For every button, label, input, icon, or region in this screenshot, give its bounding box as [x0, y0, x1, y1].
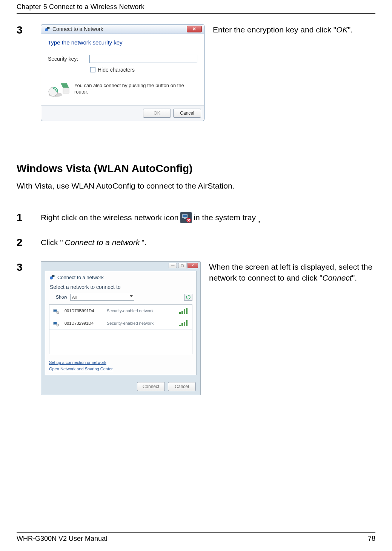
hide-characters-checkbox[interactable] — [90, 67, 95, 72]
step-number: 1 — [17, 212, 41, 224]
dialog-title-row: Connect to a network — [49, 274, 192, 280]
network-name: 001D73B991D4 — [65, 308, 102, 313]
svg-rect-28 — [184, 322, 185, 326]
show-dropdown[interactable]: All — [70, 294, 134, 301]
section-heading: Windows Vista (WLAN AutoConfig) — [17, 163, 375, 175]
chapter-title: Chapter 5 Connect to a Wireless Network — [17, 3, 375, 11]
dialog-titlebar: Connect to a Network ✕ — [41, 25, 204, 34]
signal-icon — [179, 320, 189, 326]
manual-name: WHR-G300N V2 User Manual — [17, 535, 107, 543]
network-list: 001D73B991D4 Security-enabled network 00… — [49, 304, 192, 354]
step-3a-text-pre: Enter the encryption key and click " — [213, 25, 336, 34]
step-number: 3 — [17, 261, 41, 273]
show-value: All — [72, 295, 77, 299]
page-header: Chapter 5 Connect to a Wireless Network — [17, 0, 375, 14]
ok-button[interactable]: OK — [143, 109, 171, 118]
cancel-button[interactable]: Cancel — [173, 109, 201, 118]
page-number: 78 — [368, 535, 375, 543]
hide-characters-row: Hide characters — [90, 67, 197, 73]
step3b-italic: Connect — [322, 273, 352, 282]
step1-post: in the system tray — [194, 213, 256, 222]
footer-links: Set up a connection or network Open Netw… — [49, 359, 192, 372]
cancel-button[interactable]: Cancel — [168, 382, 196, 391]
refresh-icon — [186, 295, 191, 299]
svg-rect-26 — [179, 325, 181, 326]
dialog-body: Type the network security key Security k… — [41, 34, 204, 105]
section-intro: With Vista, use WLAN AutoConfig to conne… — [17, 181, 375, 190]
connect-network-dialog: — ▢ ✕ Connect to a network Select a netw… — [41, 261, 201, 395]
dialog-heading: Type the network security key — [48, 39, 197, 46]
step-3b-row: 3 — ▢ ✕ Connect to a network Select a ne… — [17, 261, 375, 395]
network-item[interactable]: 001D73B991D4 Security-enabled network — [49, 305, 192, 317]
router-push-icon — [48, 80, 70, 98]
dialog-footer: Connect Cancel — [41, 379, 200, 395]
security-key-label: Security key: — [48, 56, 89, 62]
svg-rect-29 — [186, 320, 188, 326]
step2-post: ". — [141, 238, 146, 247]
setup-connection-link[interactable]: Set up a connection or network — [49, 359, 192, 366]
step3b-post: ". — [352, 273, 357, 282]
minimize-button[interactable]: — — [169, 263, 177, 268]
signal-icon — [179, 308, 189, 314]
close-button[interactable]: ✕ — [188, 263, 198, 268]
svg-rect-21 — [184, 309, 185, 314]
step-number: 2 — [17, 236, 41, 249]
svg-marker-6 — [63, 88, 69, 93]
step-2-text: Click "Connect to a network". — [41, 238, 147, 247]
security-key-input[interactable] — [89, 55, 197, 63]
svg-rect-22 — [186, 308, 188, 314]
hide-characters-label: Hide characters — [98, 67, 135, 73]
maximize-button[interactable]: ▢ — [178, 263, 186, 268]
step-1-text: Right click on the wireless network icon… — [41, 212, 261, 223]
svg-rect-2 — [47, 27, 49, 29]
dialog-title: Connect to a Network — [52, 26, 103, 32]
step-2-row: 2 Click "Connect to a network". — [17, 236, 375, 249]
window-controls: — ▢ ✕ — [41, 262, 200, 269]
network-icon — [44, 26, 50, 32]
network-name: 001D732991D4 — [65, 321, 102, 325]
dialog-inner: Connect to a network Select a network to… — [45, 271, 197, 375]
svg-rect-24 — [54, 322, 57, 324]
svg-point-18 — [57, 312, 59, 314]
security-key-row: Security key: — [48, 55, 197, 63]
network-item[interactable]: 001D732991D4 Security-enabled network — [49, 317, 192, 330]
open-sharing-center-link[interactable]: Open Network and Sharing Center — [49, 366, 192, 372]
connect-button[interactable]: Connect — [137, 382, 165, 391]
push-text: You can also connect by pushing the butt… — [74, 83, 197, 95]
step-3a-text-post: ". — [348, 25, 353, 34]
network-status: Security-enabled network — [107, 321, 175, 325]
page-footer: WHR-G300N V2 User Manual 78 — [17, 532, 375, 543]
dialog-footer: OK Cancel — [41, 105, 204, 121]
step1-pre: Right click on the wireless network icon — [41, 213, 178, 222]
svg-rect-27 — [181, 323, 183, 326]
close-icon: ✕ — [192, 27, 196, 31]
close-button[interactable]: ✕ — [187, 26, 202, 32]
show-label: Show — [56, 295, 67, 300]
security-key-dialog: Connect to a Network ✕ Type the network … — [41, 24, 204, 121]
svg-point-25 — [57, 324, 59, 326]
network-icon — [49, 274, 55, 280]
network-status: Security-enabled network — [107, 308, 175, 313]
step-3a-text-italic: OK — [336, 25, 347, 34]
step-1-row: 1 Right click on the wireless network ic… — [17, 212, 375, 224]
wireless-icon — [52, 307, 60, 315]
show-filter-row: Show All — [49, 294, 192, 301]
svg-rect-10 — [184, 218, 186, 219]
step-3b-caption: When the screen at left is displayed, se… — [209, 261, 375, 284]
step-3a-row: 3 Connect to a Network ✕ Type the networ… — [17, 24, 375, 121]
dialog-title: Connect to a network — [57, 275, 104, 280]
svg-rect-9 — [183, 215, 187, 217]
dialog-subtitle: Select a network to connect to — [50, 284, 192, 290]
step-3a-caption: Enter the encryption key and click "OK". — [213, 24, 353, 35]
tray-network-icon — [180, 212, 192, 223]
step2-pre: Click " — [41, 238, 63, 247]
svg-marker-5 — [61, 83, 69, 88]
svg-rect-17 — [54, 310, 57, 312]
svg-rect-19 — [179, 312, 181, 314]
svg-rect-14 — [52, 275, 54, 277]
svg-rect-20 — [181, 311, 183, 314]
step2-italic: Connect to a network — [65, 238, 140, 247]
refresh-button[interactable] — [184, 294, 192, 301]
push-button-row: You can also connect by pushing the butt… — [48, 80, 197, 98]
wireless-icon — [52, 319, 60, 327]
